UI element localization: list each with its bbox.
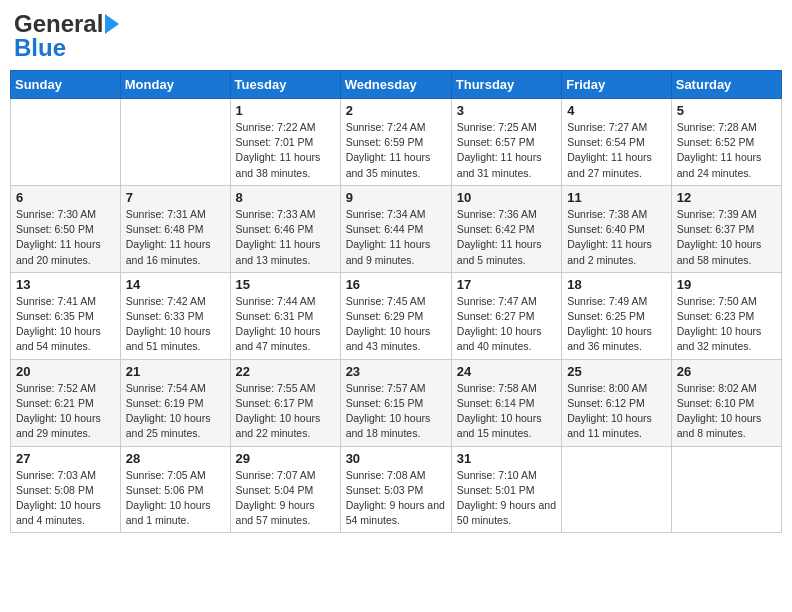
day-number: 4 [567, 103, 666, 118]
week-row-4: 20Sunrise: 7:52 AM Sunset: 6:21 PM Dayli… [11, 359, 782, 446]
weekday-thursday: Thursday [451, 71, 561, 99]
day-info: Sunrise: 8:02 AM Sunset: 6:10 PM Dayligh… [677, 381, 776, 442]
day-number: 12 [677, 190, 776, 205]
day-info: Sunrise: 7:47 AM Sunset: 6:27 PM Dayligh… [457, 294, 556, 355]
calendar-cell [671, 446, 781, 533]
calendar-cell: 23Sunrise: 7:57 AM Sunset: 6:15 PM Dayli… [340, 359, 451, 446]
day-number: 6 [16, 190, 115, 205]
calendar-cell: 26Sunrise: 8:02 AM Sunset: 6:10 PM Dayli… [671, 359, 781, 446]
day-info: Sunrise: 7:05 AM Sunset: 5:06 PM Dayligh… [126, 468, 225, 529]
day-info: Sunrise: 7:57 AM Sunset: 6:15 PM Dayligh… [346, 381, 446, 442]
calendar-cell: 10Sunrise: 7:36 AM Sunset: 6:42 PM Dayli… [451, 185, 561, 272]
day-info: Sunrise: 7:50 AM Sunset: 6:23 PM Dayligh… [677, 294, 776, 355]
logo: General Blue [14, 10, 119, 62]
day-number: 11 [567, 190, 666, 205]
day-info: Sunrise: 7:54 AM Sunset: 6:19 PM Dayligh… [126, 381, 225, 442]
day-number: 22 [236, 364, 335, 379]
calendar-cell: 20Sunrise: 7:52 AM Sunset: 6:21 PM Dayli… [11, 359, 121, 446]
day-number: 8 [236, 190, 335, 205]
weekday-wednesday: Wednesday [340, 71, 451, 99]
calendar-cell: 15Sunrise: 7:44 AM Sunset: 6:31 PM Dayli… [230, 272, 340, 359]
day-number: 9 [346, 190, 446, 205]
day-number: 16 [346, 277, 446, 292]
day-number: 2 [346, 103, 446, 118]
calendar-cell: 7Sunrise: 7:31 AM Sunset: 6:48 PM Daylig… [120, 185, 230, 272]
day-info: Sunrise: 7:25 AM Sunset: 6:57 PM Dayligh… [457, 120, 556, 181]
weekday-sunday: Sunday [11, 71, 121, 99]
calendar-cell [120, 99, 230, 186]
day-number: 29 [236, 451, 335, 466]
day-info: Sunrise: 7:44 AM Sunset: 6:31 PM Dayligh… [236, 294, 335, 355]
calendar-cell: 12Sunrise: 7:39 AM Sunset: 6:37 PM Dayli… [671, 185, 781, 272]
week-row-1: 1Sunrise: 7:22 AM Sunset: 7:01 PM Daylig… [11, 99, 782, 186]
calendar-cell: 27Sunrise: 7:03 AM Sunset: 5:08 PM Dayli… [11, 446, 121, 533]
calendar-cell: 8Sunrise: 7:33 AM Sunset: 6:46 PM Daylig… [230, 185, 340, 272]
day-info: Sunrise: 7:07 AM Sunset: 5:04 PM Dayligh… [236, 468, 335, 529]
weekday-saturday: Saturday [671, 71, 781, 99]
day-info: Sunrise: 8:00 AM Sunset: 6:12 PM Dayligh… [567, 381, 666, 442]
calendar-cell: 4Sunrise: 7:27 AM Sunset: 6:54 PM Daylig… [562, 99, 672, 186]
calendar-cell: 18Sunrise: 7:49 AM Sunset: 6:25 PM Dayli… [562, 272, 672, 359]
page-header: General Blue [10, 10, 782, 62]
day-info: Sunrise: 7:31 AM Sunset: 6:48 PM Dayligh… [126, 207, 225, 268]
calendar-cell: 6Sunrise: 7:30 AM Sunset: 6:50 PM Daylig… [11, 185, 121, 272]
day-number: 21 [126, 364, 225, 379]
day-number: 30 [346, 451, 446, 466]
day-info: Sunrise: 7:42 AM Sunset: 6:33 PM Dayligh… [126, 294, 225, 355]
weekday-tuesday: Tuesday [230, 71, 340, 99]
day-number: 18 [567, 277, 666, 292]
day-number: 1 [236, 103, 335, 118]
calendar-cell: 28Sunrise: 7:05 AM Sunset: 5:06 PM Dayli… [120, 446, 230, 533]
day-info: Sunrise: 7:08 AM Sunset: 5:03 PM Dayligh… [346, 468, 446, 529]
calendar-cell: 14Sunrise: 7:42 AM Sunset: 6:33 PM Dayli… [120, 272, 230, 359]
day-number: 26 [677, 364, 776, 379]
calendar-cell: 3Sunrise: 7:25 AM Sunset: 6:57 PM Daylig… [451, 99, 561, 186]
day-info: Sunrise: 7:03 AM Sunset: 5:08 PM Dayligh… [16, 468, 115, 529]
calendar-cell: 9Sunrise: 7:34 AM Sunset: 6:44 PM Daylig… [340, 185, 451, 272]
day-number: 24 [457, 364, 556, 379]
day-info: Sunrise: 7:24 AM Sunset: 6:59 PM Dayligh… [346, 120, 446, 181]
weekday-friday: Friday [562, 71, 672, 99]
day-number: 5 [677, 103, 776, 118]
day-info: Sunrise: 7:10 AM Sunset: 5:01 PM Dayligh… [457, 468, 556, 529]
calendar-cell: 29Sunrise: 7:07 AM Sunset: 5:04 PM Dayli… [230, 446, 340, 533]
day-number: 25 [567, 364, 666, 379]
weekday-header-row: SundayMondayTuesdayWednesdayThursdayFrid… [11, 71, 782, 99]
day-info: Sunrise: 7:27 AM Sunset: 6:54 PM Dayligh… [567, 120, 666, 181]
day-info: Sunrise: 7:36 AM Sunset: 6:42 PM Dayligh… [457, 207, 556, 268]
day-info: Sunrise: 7:38 AM Sunset: 6:40 PM Dayligh… [567, 207, 666, 268]
day-number: 14 [126, 277, 225, 292]
calendar-cell [562, 446, 672, 533]
day-number: 7 [126, 190, 225, 205]
day-number: 15 [236, 277, 335, 292]
day-info: Sunrise: 7:41 AM Sunset: 6:35 PM Dayligh… [16, 294, 115, 355]
week-row-3: 13Sunrise: 7:41 AM Sunset: 6:35 PM Dayli… [11, 272, 782, 359]
calendar-cell: 21Sunrise: 7:54 AM Sunset: 6:19 PM Dayli… [120, 359, 230, 446]
calendar-table: SundayMondayTuesdayWednesdayThursdayFrid… [10, 70, 782, 533]
calendar-cell: 19Sunrise: 7:50 AM Sunset: 6:23 PM Dayli… [671, 272, 781, 359]
week-row-2: 6Sunrise: 7:30 AM Sunset: 6:50 PM Daylig… [11, 185, 782, 272]
day-info: Sunrise: 7:30 AM Sunset: 6:50 PM Dayligh… [16, 207, 115, 268]
day-number: 28 [126, 451, 225, 466]
day-info: Sunrise: 7:52 AM Sunset: 6:21 PM Dayligh… [16, 381, 115, 442]
calendar-cell: 22Sunrise: 7:55 AM Sunset: 6:17 PM Dayli… [230, 359, 340, 446]
calendar-cell: 11Sunrise: 7:38 AM Sunset: 6:40 PM Dayli… [562, 185, 672, 272]
logo-blue: Blue [14, 34, 66, 62]
day-info: Sunrise: 7:28 AM Sunset: 6:52 PM Dayligh… [677, 120, 776, 181]
day-info: Sunrise: 7:49 AM Sunset: 6:25 PM Dayligh… [567, 294, 666, 355]
day-number: 31 [457, 451, 556, 466]
day-info: Sunrise: 7:45 AM Sunset: 6:29 PM Dayligh… [346, 294, 446, 355]
day-number: 20 [16, 364, 115, 379]
calendar-cell: 13Sunrise: 7:41 AM Sunset: 6:35 PM Dayli… [11, 272, 121, 359]
day-number: 23 [346, 364, 446, 379]
day-info: Sunrise: 7:58 AM Sunset: 6:14 PM Dayligh… [457, 381, 556, 442]
calendar-cell: 30Sunrise: 7:08 AM Sunset: 5:03 PM Dayli… [340, 446, 451, 533]
day-info: Sunrise: 7:33 AM Sunset: 6:46 PM Dayligh… [236, 207, 335, 268]
calendar-cell: 5Sunrise: 7:28 AM Sunset: 6:52 PM Daylig… [671, 99, 781, 186]
calendar-cell: 25Sunrise: 8:00 AM Sunset: 6:12 PM Dayli… [562, 359, 672, 446]
weekday-monday: Monday [120, 71, 230, 99]
week-row-5: 27Sunrise: 7:03 AM Sunset: 5:08 PM Dayli… [11, 446, 782, 533]
day-info: Sunrise: 7:22 AM Sunset: 7:01 PM Dayligh… [236, 120, 335, 181]
day-number: 13 [16, 277, 115, 292]
calendar-cell [11, 99, 121, 186]
